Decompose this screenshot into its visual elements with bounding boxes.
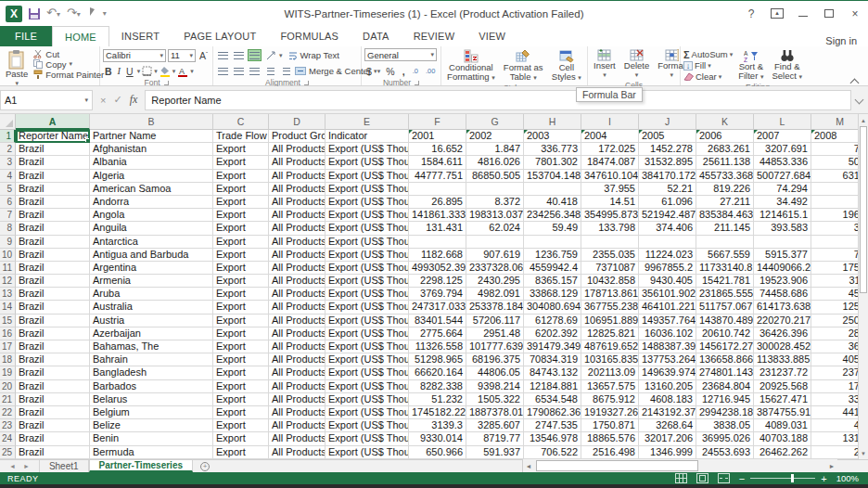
- cell-A19[interactable]: Brazil: [16, 366, 90, 379]
- cell-D9[interactable]: All Products: [269, 236, 326, 249]
- cell-E18[interactable]: Export (US$ Thousand): [326, 353, 409, 366]
- cell-E4[interactable]: Export (US$ Thousand): [326, 170, 409, 183]
- name-box[interactable]: A1▾: [0, 90, 93, 110]
- cell-J12[interactable]: 9430.405: [639, 275, 696, 288]
- cell-B17[interactable]: Bahamas, The: [90, 340, 213, 353]
- number-dialog-launcher-icon[interactable]: [415, 81, 419, 85]
- cell-I9[interactable]: [581, 236, 639, 249]
- comma-style-icon[interactable]: ,: [401, 66, 407, 77]
- bold-button[interactable]: B: [103, 66, 114, 77]
- column-header-L[interactable]: L: [754, 114, 811, 130]
- cell-A5[interactable]: Brazil: [16, 183, 90, 196]
- cell-J5[interactable]: 52.21: [639, 183, 696, 196]
- cell-K4[interactable]: 455733.368: [696, 170, 754, 183]
- cell-F17[interactable]: 11326.558: [409, 340, 466, 353]
- cell-I12[interactable]: 10432.858: [581, 275, 639, 288]
- bottom-align-icon[interactable]: [248, 49, 262, 61]
- cell-H14[interactable]: 304080.694: [524, 301, 581, 314]
- cell-I22[interactable]: 1919327.26: [581, 406, 639, 419]
- cell-D5[interactable]: All Products: [269, 183, 326, 196]
- cell-E23[interactable]: Export (US$ Thousand): [326, 419, 409, 432]
- cell-J7[interactable]: 521942.487: [639, 209, 696, 222]
- cell-A3[interactable]: Brazil: [16, 156, 90, 169]
- cell-G14[interactable]: 253378.184: [466, 301, 524, 314]
- cell-K25[interactable]: 24553.693: [696, 446, 754, 459]
- cell-H1[interactable]: 2003: [524, 130, 581, 143]
- increase-decimal-icon[interactable]: .0: [411, 67, 420, 75]
- cell-E22[interactable]: Export (US$ Thousand): [326, 406, 409, 419]
- cell-K1[interactable]: 2006: [696, 130, 754, 143]
- cell-G3[interactable]: 4816.026: [466, 156, 524, 169]
- normal-view-icon[interactable]: [675, 473, 687, 483]
- column-header-G[interactable]: G: [466, 114, 524, 130]
- cell-G8[interactable]: 62.024: [466, 222, 524, 235]
- cell-G2[interactable]: 1.847: [466, 143, 524, 156]
- cell-D15[interactable]: All Products: [269, 315, 326, 327]
- cell-L14[interactable]: 614173.638: [754, 301, 811, 314]
- cell-A6[interactable]: Brazil: [16, 196, 90, 209]
- cell-E19[interactable]: Export (US$ Thousand): [326, 366, 409, 379]
- cell-I2[interactable]: 172.025: [581, 143, 639, 156]
- cell-K18[interactable]: 136658.866: [696, 353, 754, 366]
- cell-B23[interactable]: Belize: [90, 419, 213, 432]
- cell-I24[interactable]: 18865.576: [581, 432, 639, 445]
- cell-C14[interactable]: Export: [213, 301, 269, 314]
- copy-button[interactable]: Copy▾: [33, 59, 104, 69]
- row-header-21[interactable]: 21: [0, 393, 16, 406]
- wrap-text-button[interactable]: Wrap Text: [288, 51, 339, 60]
- cell-D12[interactable]: All Products: [269, 275, 326, 288]
- cell-H13[interactable]: 33868.129: [524, 288, 581, 301]
- cell-D1[interactable]: Product Group: [269, 130, 326, 143]
- horizontal-scrollbar[interactable]: ◄ ►: [522, 459, 837, 472]
- cell-A13[interactable]: Brazil: [16, 288, 90, 301]
- cell-E7[interactable]: Export (US$ Thousand): [326, 209, 409, 222]
- cell-K15[interactable]: 143870.489: [696, 315, 754, 327]
- cell-L13[interactable]: 74458.686: [754, 288, 811, 301]
- cell-E1[interactable]: Indicator: [326, 130, 409, 143]
- row-header-13[interactable]: 13: [0, 288, 16, 301]
- cell-H24[interactable]: 13546.978: [524, 432, 581, 445]
- cell-styles-button[interactable]: Cell Styles ▾: [549, 48, 584, 83]
- cell-J14[interactable]: 464101.221: [639, 301, 696, 314]
- help-icon[interactable]: ?: [738, 1, 764, 26]
- format-painter-button[interactable]: Format Painter: [33, 70, 104, 79]
- cell-D2[interactable]: All Products: [269, 143, 326, 156]
- cell-L19[interactable]: 231237.72: [754, 366, 811, 379]
- row-header-24[interactable]: 24: [0, 432, 16, 445]
- cell-L12[interactable]: 19523.906: [754, 275, 811, 288]
- cell-D8[interactable]: All Products: [269, 222, 326, 235]
- cell-B25[interactable]: Bermuda: [90, 446, 213, 459]
- cell-H4[interactable]: 153704.148: [524, 170, 581, 183]
- cell-C13[interactable]: Export: [213, 288, 269, 301]
- cell-C18[interactable]: Export: [213, 353, 269, 366]
- cell-I3[interactable]: 18474.087: [581, 156, 639, 169]
- row-header-23[interactable]: 23: [0, 419, 16, 432]
- insert-function-icon[interactable]: fx: [130, 93, 138, 107]
- cell-F10[interactable]: 1182.668: [409, 249, 466, 262]
- cell-I15[interactable]: 106951.889: [581, 315, 639, 327]
- maximize-icon[interactable]: [816, 1, 842, 26]
- cell-A10[interactable]: Brazil: [16, 249, 90, 262]
- row-header-14[interactable]: 14: [0, 301, 16, 314]
- cell-L10[interactable]: 5915.377: [754, 249, 811, 262]
- cell-C16[interactable]: Export: [213, 327, 269, 340]
- cell-H10[interactable]: 1236.759: [524, 249, 581, 262]
- cell-A15[interactable]: Brazil: [16, 315, 90, 327]
- horizontal-scroll-thumb[interactable]: [536, 460, 698, 471]
- cell-F16[interactable]: 2775.664: [409, 327, 466, 340]
- row-header-20[interactable]: 20: [0, 380, 16, 393]
- cell-K10[interactable]: 5667.559: [696, 249, 754, 262]
- cell-D14[interactable]: All Products: [269, 301, 326, 314]
- cell-I18[interactable]: 103165.835: [581, 353, 639, 366]
- cell-J15[interactable]: 149357.764: [639, 315, 696, 327]
- row-header-19[interactable]: 19: [0, 366, 16, 379]
- cell-C12[interactable]: Export: [213, 275, 269, 288]
- cell-B14[interactable]: Australia: [90, 301, 213, 314]
- decrease-decimal-icon[interactable]: .00: [424, 67, 437, 75]
- cell-L9[interactable]: [754, 236, 811, 249]
- column-header-C[interactable]: C: [213, 114, 269, 130]
- cell-I5[interactable]: 37.955: [581, 183, 639, 196]
- column-header-E[interactable]: E: [326, 114, 409, 130]
- cell-B6[interactable]: Andorra: [90, 196, 213, 209]
- ribbon-tab-data[interactable]: DATA: [351, 26, 402, 46]
